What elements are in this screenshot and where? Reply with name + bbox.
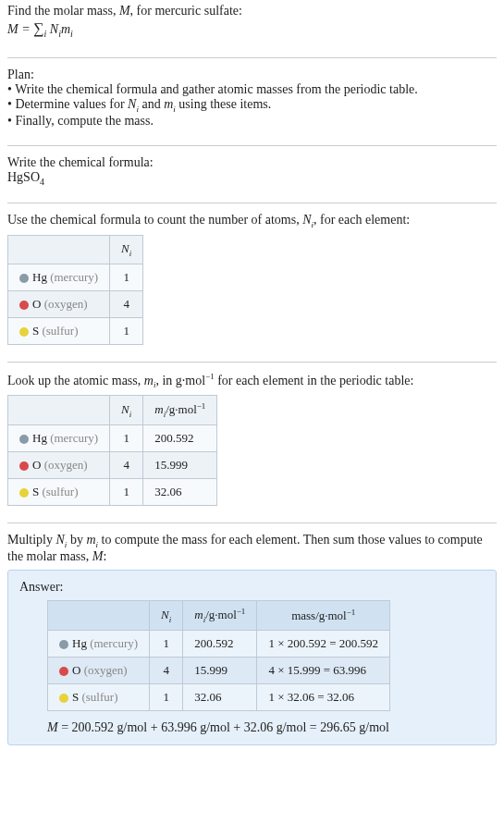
answer-box: Answer: Ni mi/g·mol−1 mass/g·mol−1 Hg (m… — [7, 570, 497, 745]
table-row: S (sulfur) 1 32.06 1 × 32.06 = 32.06 — [48, 683, 390, 710]
table-row: Hg (mercury) 1 200.592 — [8, 425, 217, 452]
formula-section: Write the chemical formula: HgSO4 — [7, 155, 497, 194]
intro-M: M — [119, 4, 130, 18]
element-cell: O (oxygen) — [8, 452, 110, 479]
lookup-table: Ni mi/g·mol−1 Hg (mercury) 1 200.592 O (… — [7, 395, 217, 506]
count-heading: Use the chemical formula to count the nu… — [7, 213, 497, 229]
element-cell: Hg (mercury) — [8, 425, 110, 452]
table-header-row: Ni mi/g·mol−1 mass/g·mol−1 — [48, 600, 390, 630]
m-value: 15.999 — [143, 452, 217, 479]
multiply-section: Multiply Ni by mi to compute the mass fo… — [7, 533, 497, 753]
n-value: 1 — [150, 630, 183, 657]
s-dot-icon — [19, 488, 29, 498]
plan-section: Plan: • Write the chemical formula and g… — [7, 68, 497, 136]
n-value: 1 — [110, 425, 143, 452]
divider — [7, 57, 497, 58]
final-answer: M = 200.592 g/mol + 63.996 g/mol + 32.06… — [47, 720, 485, 735]
m-value: 32.06 — [183, 683, 257, 710]
s-dot-icon — [19, 327, 29, 337]
plan-bullet-3: • Finally, compute the mass. — [7, 114, 497, 129]
m-value: 200.592 — [143, 425, 217, 452]
table-header-row: Ni — [8, 236, 143, 264]
element-cell: O (oxygen) — [8, 290, 110, 317]
table-header-ni: Ni — [150, 600, 183, 630]
hg-dot-icon — [19, 274, 29, 283]
intro-section: Find the molar mass, M, for mercuric sul… — [7, 4, 497, 48]
table-row: O (oxygen) 4 — [8, 290, 143, 317]
mass-calc: 4 × 15.999 = 63.996 — [257, 657, 390, 683]
plan-heading: Plan: — [7, 68, 497, 82]
plan-bullet-2: • Determine values for Ni and mi using t… — [7, 97, 497, 114]
table-header-ni: Ni — [110, 236, 143, 264]
n-value: 4 — [110, 290, 143, 317]
divider — [7, 362, 497, 363]
table-header-blank — [8, 236, 110, 264]
m-value: 200.592 — [183, 630, 257, 657]
table-row: Hg (mercury) 1 200.592 1 × 200.592 = 200… — [48, 630, 390, 657]
divider — [7, 203, 497, 203]
table-header-row: Ni mi/g·mol−1 — [8, 396, 217, 425]
plan-bullet-1: • Write the chemical formula and gather … — [7, 82, 497, 97]
n-value: 4 — [110, 452, 143, 479]
intro-text-prefix: Find the molar mass, — [7, 4, 119, 18]
table-header-blank — [8, 396, 110, 425]
intro-line: Find the molar mass, M, for mercuric sul… — [7, 4, 497, 18]
mass-calc: 1 × 200.592 = 200.592 — [257, 630, 390, 657]
s-dot-icon — [59, 694, 68, 703]
multiply-text: Multiply Ni by mi to compute the mass fo… — [7, 533, 497, 564]
divider — [7, 145, 497, 146]
element-cell: O (oxygen) — [48, 657, 150, 683]
m-value: 32.06 — [143, 479, 217, 506]
table-row: S (sulfur) 1 — [8, 317, 143, 344]
element-cell: S (sulfur) — [8, 317, 110, 344]
divider — [7, 522, 497, 523]
n-value: 1 — [110, 317, 143, 344]
o-dot-icon — [19, 461, 29, 471]
m-value: 15.999 — [183, 657, 257, 683]
mass-calc: 1 × 32.06 = 32.06 — [257, 683, 390, 710]
formula-heading: Write the chemical formula: — [7, 155, 497, 170]
n-value: 4 — [150, 657, 183, 683]
table-header-mi: mi/g·mol−1 — [143, 396, 217, 425]
element-cell: S (sulfur) — [48, 683, 150, 710]
lookup-section: Look up the atomic mass, mi, in g·mol−1 … — [7, 372, 497, 513]
table-row: O (oxygen) 4 15.999 4 × 15.999 = 63.996 — [48, 657, 390, 683]
molar-mass-formula: M = ∑i Nimi — [7, 20, 497, 39]
intro-text-suffix: , for mercuric sulfate: — [130, 4, 242, 18]
lookup-heading: Look up the atomic mass, mi, in g·mol−1 … — [7, 372, 497, 389]
o-dot-icon — [59, 667, 68, 676]
element-cell: S (sulfur) — [8, 479, 110, 506]
table-row: Hg (mercury) 1 — [8, 264, 143, 290]
o-dot-icon — [19, 301, 29, 310]
table-header-blank — [48, 600, 150, 630]
count-section: Use the chemical formula to count the nu… — [7, 213, 497, 351]
table-header-ni: Ni — [110, 396, 143, 425]
hg-dot-icon — [59, 640, 68, 649]
element-cell: Hg (mercury) — [48, 630, 150, 657]
count-table: Ni Hg (mercury) 1 O (oxygen) 4 S (sulfur… — [7, 235, 143, 345]
table-header-mass: mass/g·mol−1 — [257, 600, 390, 630]
n-value: 1 — [150, 683, 183, 710]
n-value: 1 — [110, 479, 143, 506]
n-value: 1 — [110, 264, 143, 290]
hg-dot-icon — [19, 435, 29, 444]
table-header-mi: mi/g·mol−1 — [183, 600, 257, 630]
answer-table: Ni mi/g·mol−1 mass/g·mol−1 Hg (mercury) … — [47, 600, 390, 711]
answer-label: Answer: — [19, 580, 485, 595]
chemical-formula: HgSO4 — [7, 170, 497, 187]
element-cell: Hg (mercury) — [8, 264, 110, 290]
table-row: O (oxygen) 4 15.999 — [8, 452, 217, 479]
table-row: S (sulfur) 1 32.06 — [8, 479, 217, 506]
